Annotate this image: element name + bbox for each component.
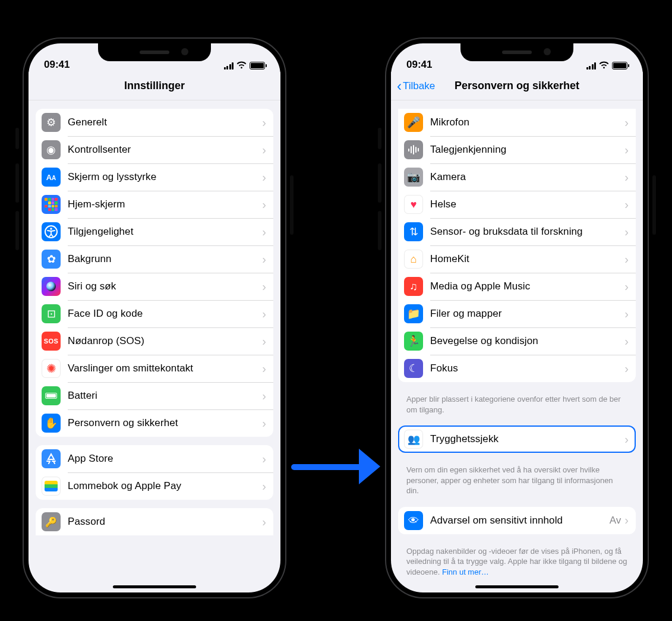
footer-link[interactable]: Finn ut mer… [442,568,489,576]
flow-arrow [291,449,380,484]
text-size-icon: AA [42,168,61,187]
settings-row[interactable]: ⚙︎Generelt› [36,109,273,136]
faceid-icon: ⊡ [42,304,61,323]
section-footer: Vern om din egen sikkerhet ved å ha over… [398,461,636,499]
row-label: Lommebok og Apple Pay [68,480,262,492]
row-label: App Store [68,453,262,465]
status-icons [224,61,266,71]
settings-row[interactable]: ♥Helse› [398,191,636,218]
home-icon: ⌂ [404,250,423,269]
home-indicator [475,585,559,588]
notch [98,43,211,61]
signal-icon [586,62,597,70]
eye-warn-icon: 👁 [404,511,423,530]
chevron-right-icon: › [262,362,266,376]
settings-row[interactable]: Lommebok og Apple Pay› [36,472,273,500]
chevron-right-icon: › [624,433,629,446]
status-time: 09:41 [44,59,70,71]
signal-icon [224,62,234,70]
battery-icon [250,62,265,70]
row-label: Skjerm og lysstyrke [68,171,262,183]
runner-icon: 🏃 [404,332,423,351]
settings-group: 🔑Passord› [36,508,273,535]
settings-row[interactable]: 📷Kamera› [398,163,636,191]
settings-row[interactable]: 🎤Mikrofon› [398,109,636,136]
page-title: Personvern og sikkerhet [455,80,579,92]
settings-row[interactable]: ♫Media og Apple Music› [398,273,636,300]
row-label: Personvern og sikkerhet [68,417,262,429]
heart-icon: ♥ [404,195,423,214]
nav-bar: ‹ Tilbake Personvern og sikkerhet [391,72,643,100]
settings-row[interactable]: ⌂HomeKit› [398,245,636,273]
battery-icon [42,386,61,405]
wifi-icon [236,61,247,71]
wifi-icon [599,61,609,71]
section-footer: Oppdag nakenbilder og -videoer før de vi… [398,543,636,580]
footer-text: Apper blir plassert i kategoriene ovenfo… [406,395,621,414]
chevron-right-icon: › [262,389,266,403]
person-check-icon: 👥 [404,430,423,449]
settings-row[interactable]: ⊡Face ID og kode› [36,300,273,327]
settings-row[interactable]: Tilgjengelighet› [36,218,273,245]
settings-row[interactable]: 🔑Passord› [36,508,273,535]
settings-row[interactable]: 🏃Bevegelse og kondisjon› [398,327,636,355]
chevron-right-icon: › [624,225,629,239]
folder-icon: 📁 [404,304,423,323]
page-title: Innstillinger [124,80,185,92]
settings-row[interactable]: ✺Varslinger om smittekontakt› [36,355,273,382]
settings-row[interactable]: SOSNødanrop (SOS)› [36,327,273,355]
camera-icon: 📷 [404,168,423,187]
settings-group: ⚙︎Generelt›◉Kontrollsenter›AASkjerm og l… [36,109,273,437]
row-label: Kontrollsenter [68,144,262,156]
back-button[interactable]: ‹ Tilbake [397,72,435,100]
chevron-left-icon: ‹ [397,79,402,93]
exposure-icon: ✺ [42,359,61,378]
settings-row[interactable]: Siri og søk› [36,273,273,300]
chevron-right-icon: › [624,335,629,348]
row-label: Kamera [430,171,624,183]
row-label: Siri og søk [68,280,262,292]
chevron-right-icon: › [624,198,629,212]
chevron-right-icon: › [624,253,629,266]
settings-group: 🎤Mikrofon›Talegjenkjenning›📷Kamera›♥Hels… [398,109,636,382]
settings-row[interactable]: ✿Bakgrunn› [36,245,273,273]
settings-row[interactable]: Talegjenkjenning› [398,136,636,163]
row-label: Nødanrop (SOS) [68,335,262,347]
settings-group: 👁Advarsel om sensitivt innholdAv› [398,507,636,534]
phone-right: 09:41 ‹ Tilbake Personvern og sikkerhet … [380,33,654,603]
footer-text: Oppdag nakenbilder og -videoer før de vi… [406,547,627,576]
chevron-right-icon: › [262,143,266,157]
chevron-right-icon: › [262,171,266,184]
row-label: Bakgrunn [68,253,262,265]
settings-row[interactable]: ✋Personvern og sikkerhet› [36,409,273,437]
row-label: Generelt [68,116,262,128]
footer-text: Vern om din egen sikkerhet ved å ha over… [406,465,613,495]
settings-row[interactable]: 👥Trygghetssjekk› [398,425,636,453]
settings-row[interactable]: ⇅Sensor- og bruksdata til forskning› [398,218,636,245]
settings-row[interactable]: ☾Fokus› [398,355,636,382]
settings-row[interactable]: 📁Filer og mapper› [398,300,636,327]
settings-row[interactable]: Hjem-skjerm› [36,191,273,218]
status-time: 09:41 [406,59,432,71]
svg-point-1 [50,228,52,230]
toggles-icon: ◉ [42,140,61,159]
settings-row[interactable]: AASkjerm og lysstyrke› [36,163,273,191]
battery-icon [612,62,627,70]
settings-row[interactable]: ◉Kontrollsenter› [36,136,273,163]
nav-bar: Innstillinger [29,72,280,100]
settings-group: App Store›Lommebok og Apple Pay› [36,445,273,500]
chevron-right-icon: › [262,335,266,348]
key-icon: 🔑 [42,512,61,531]
sos-icon: SOS [42,332,61,351]
settings-row[interactable]: Batteri› [36,382,273,409]
chevron-right-icon: › [624,171,629,184]
wave-icon [404,140,423,159]
flower-icon: ✿ [42,250,61,269]
notch [460,43,573,61]
chevron-right-icon: › [624,143,629,157]
settings-row[interactable]: 👁Advarsel om sensitivt innholdAv› [398,507,636,534]
row-label: Fokus [430,362,624,374]
settings-row[interactable]: App Store› [36,445,273,472]
back-label: Tilbake [403,80,435,92]
gear-icon: ⚙︎ [42,113,61,132]
